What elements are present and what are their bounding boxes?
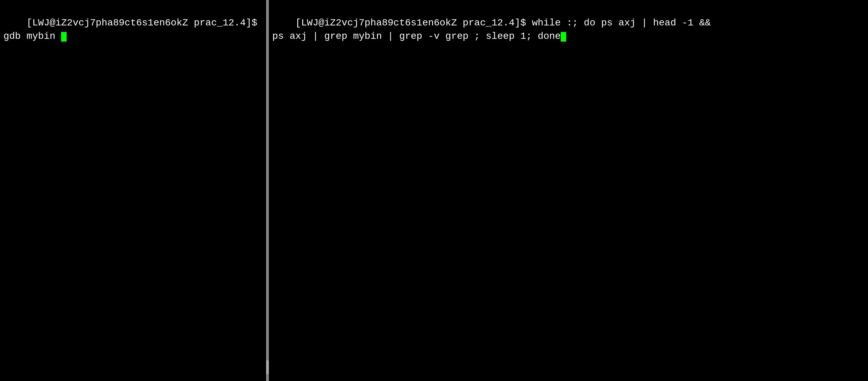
left-prompt: [LWJ@iZ2vcj7pha89ct6s1en6okZ prac_12.4]$ [26, 18, 263, 28]
right-prompt: [LWJ@iZ2vcj7pha89ct6s1en6okZ prac_12.4]$ [295, 18, 532, 28]
right-cursor [561, 32, 566, 42]
terminal-left[interactable]: [LWJ@iZ2vcj7pha89ct6s1en6okZ prac_12.4]$… [0, 0, 266, 381]
left-command: gdb mybin [3, 31, 61, 42]
divider-handle [266, 360, 269, 374]
terminal-right[interactable]: [LWJ@iZ2vcj7pha89ct6s1en6okZ prac_12.4]$… [269, 0, 868, 381]
left-cursor [61, 32, 67, 42]
terminal-left-content: [LWJ@iZ2vcj7pha89ct6s1en6okZ prac_12.4]$… [3, 3, 263, 57]
pane-divider[interactable] [266, 0, 269, 381]
terminal-right-content: [LWJ@iZ2vcj7pha89ct6s1en6okZ prac_12.4]$… [272, 3, 865, 57]
